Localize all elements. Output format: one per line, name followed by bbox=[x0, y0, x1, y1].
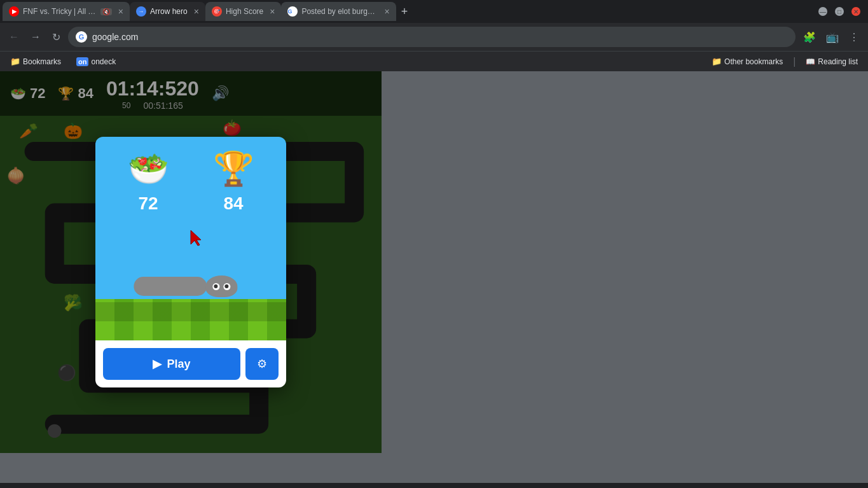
modal-grass bbox=[95, 299, 286, 340]
reading-list-icon: 📖 bbox=[806, 57, 815, 66]
ondeck-badge: on bbox=[76, 57, 88, 66]
tab-youtube[interactable]: ▶ FNF vs. Tricky | All Tracks/M... 🔇 × bbox=[3, 2, 130, 21]
bookmarks-separator: | bbox=[793, 56, 796, 67]
modal-trophy-icon: 🏆 bbox=[213, 150, 254, 188]
tab-google-search[interactable]: G Posted by elot burger - Google S... × bbox=[281, 2, 396, 21]
modal-high-score-value: 84 bbox=[223, 193, 243, 214]
modal-score-value: 72 bbox=[138, 193, 158, 214]
gray-side-area bbox=[382, 71, 868, 483]
tab-high-score[interactable]: 🎯 High Score × bbox=[205, 2, 282, 21]
modal-overlay: 🥗 72 🏆 84 bbox=[0, 71, 382, 453]
tab-muted-icon: 🔇 bbox=[100, 8, 112, 15]
modal-snake-eye-right bbox=[223, 283, 230, 290]
game-area[interactable]: 🥗 72 🏆 84 01:14:520 50 00:51:165 🔊 🥕 bbox=[0, 71, 382, 453]
settings-icon: ⚙ bbox=[257, 357, 267, 371]
modal-scores-row: 🥗 72 🏆 84 bbox=[106, 150, 276, 214]
play-label: Play bbox=[167, 358, 190, 371]
forward-button[interactable]: → bbox=[27, 27, 45, 46]
bookmarks-label: Bookmarks bbox=[23, 57, 61, 66]
window-controls: — □ ✕ bbox=[818, 7, 865, 16]
other-bookmarks-label: Other bookmarks bbox=[724, 57, 783, 66]
bookmark-ondeck[interactable]: on ondeck bbox=[71, 56, 121, 67]
window-minimize-button[interactable]: — bbox=[818, 7, 827, 16]
reading-list-button[interactable]: 📖 Reading list bbox=[801, 56, 863, 67]
toolbar-icons: 🧩 📺 ⋮ bbox=[799, 27, 863, 47]
tab-close-youtube[interactable]: × bbox=[118, 6, 123, 17]
modal-snake-pupil-left bbox=[214, 284, 217, 288]
tab-favicon-youtube: ▶ bbox=[9, 6, 19, 17]
window-close-button[interactable]: ✕ bbox=[851, 7, 860, 16]
tab-title-arrow-hero: Arrow hero bbox=[150, 7, 188, 16]
cursor-indicator bbox=[189, 229, 202, 249]
tab-title-google: Posted by elot burger - Google S... bbox=[301, 7, 378, 16]
tab-favicon-google: G bbox=[287, 6, 298, 17]
back-button[interactable]: ← bbox=[5, 27, 23, 46]
play-button[interactable]: ▶ Play bbox=[103, 348, 240, 380]
modal-trophy-score: 🏆 84 bbox=[213, 150, 254, 214]
new-tab-button[interactable]: + bbox=[396, 3, 413, 21]
tab-arrow-hero[interactable]: → Arrow hero × bbox=[130, 2, 205, 21]
play-icon: ▶ bbox=[153, 357, 162, 371]
address-bar[interactable]: G google.com bbox=[68, 27, 796, 47]
tab-favicon-arrow-hero: → bbox=[136, 6, 146, 17]
modal-snake-body bbox=[134, 277, 207, 296]
modal-salad-icon: 🥗 bbox=[128, 150, 169, 188]
tab-favicon-high-score: 🎯 bbox=[212, 6, 222, 17]
svg-marker-0 bbox=[191, 230, 201, 246]
tab-close-high-score[interactable]: × bbox=[270, 6, 275, 17]
extensions-button[interactable]: 🧩 bbox=[799, 27, 820, 47]
main-content: 🥗 72 🏆 84 01:14:520 50 00:51:165 🔊 🥕 bbox=[0, 71, 868, 483]
cast-button[interactable]: 📺 bbox=[822, 27, 843, 47]
other-bookmarks[interactable]: 📁 Other bookmarks bbox=[706, 55, 788, 67]
bookmarks-right: 📁 Other bookmarks | 📖 Reading list bbox=[706, 55, 863, 67]
reload-button[interactable]: ↻ bbox=[48, 27, 64, 47]
modal-snake bbox=[134, 275, 237, 297]
tab-title-youtube: FNF vs. Tricky | All Tracks/M... bbox=[23, 7, 97, 16]
tab-close-google[interactable]: × bbox=[384, 6, 389, 17]
cursor-svg bbox=[189, 229, 202, 247]
bookmarks-folder-icon: 📁 bbox=[10, 57, 20, 66]
game-modal: 🥗 72 🏆 84 bbox=[95, 137, 286, 387]
bookmark-bookmarks[interactable]: 📁 Bookmarks bbox=[5, 55, 66, 67]
settings-button[interactable]: ⚙ bbox=[245, 348, 279, 380]
address-text: google.com bbox=[92, 32, 788, 42]
modal-snake-eye-left bbox=[212, 283, 219, 290]
bookmarks-bar: 📁 Bookmarks on ondeck 📁 Other bookmarks … bbox=[0, 51, 868, 71]
modal-salad-score: 🥗 72 bbox=[128, 150, 169, 214]
window-maximize-button[interactable]: □ bbox=[835, 7, 844, 16]
tab-close-arrow-hero[interactable]: × bbox=[194, 6, 199, 17]
google-g-icon: G bbox=[79, 33, 85, 41]
tab-title-high-score: High Score bbox=[226, 7, 263, 16]
toolbar: ← → ↻ G google.com 🧩 📺 ⋮ bbox=[0, 23, 868, 51]
ondeck-label: ondeck bbox=[91, 57, 116, 66]
site-icon: G bbox=[76, 31, 87, 43]
menu-button[interactable]: ⋮ bbox=[845, 27, 863, 47]
other-bookmarks-icon: 📁 bbox=[712, 57, 722, 66]
modal-buttons: ▶ Play ⚙ bbox=[95, 340, 286, 387]
reading-list-label: Reading list bbox=[818, 57, 858, 66]
modal-snake-head bbox=[205, 275, 237, 297]
modal-snake-display bbox=[134, 275, 237, 297]
modal-game-display: 🥗 72 🏆 84 bbox=[95, 137, 286, 340]
tab-bar: ▶ FNF vs. Tricky | All Tracks/M... 🔇 × →… bbox=[0, 0, 868, 23]
modal-snake-pupil-right bbox=[224, 284, 228, 288]
